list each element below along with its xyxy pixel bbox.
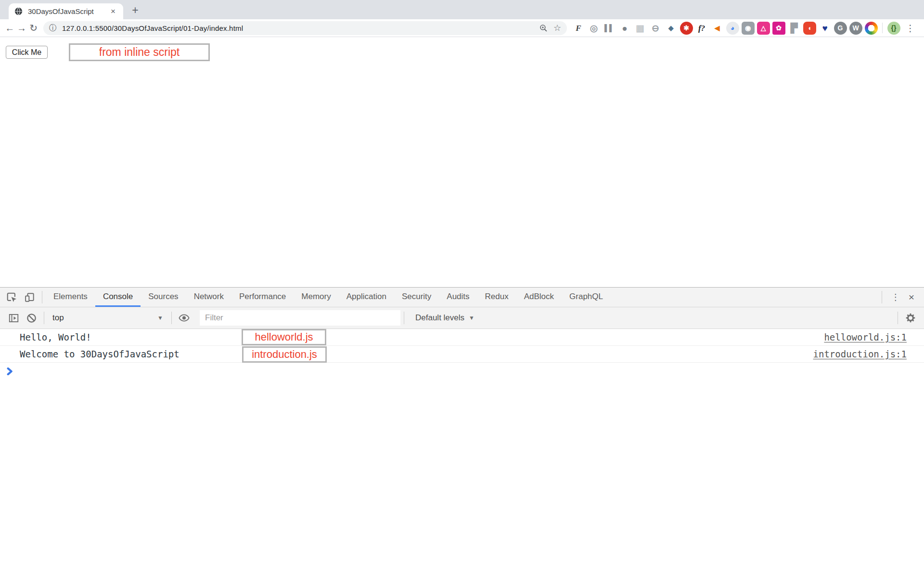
bug-extension-icon[interactable]: ● bbox=[618, 22, 631, 35]
inline-script-box: from inline script bbox=[69, 43, 210, 61]
clear-console-icon[interactable] bbox=[23, 307, 40, 328]
script-f-extension-icon[interactable]: F bbox=[572, 22, 585, 35]
stop-hand-extension-icon[interactable]: ✱ bbox=[680, 22, 693, 35]
tab-graphql[interactable]: GraphQL bbox=[562, 288, 611, 307]
device-toolbar-icon[interactable] bbox=[21, 288, 38, 307]
browser-tab[interactable]: 30DaysOfJavaScript × bbox=[9, 3, 123, 19]
w-circle-extension-icon[interactable]: W bbox=[849, 22, 862, 35]
context-selector[interactable]: top ▼ bbox=[48, 307, 168, 328]
devtools-separator bbox=[42, 291, 42, 303]
devtools-panel: Elements Console Sources Network Perform… bbox=[0, 287, 924, 578]
console-messages: Hello, World! helloworld.js helloworld.j… bbox=[0, 329, 924, 380]
tab-audits[interactable]: Audits bbox=[439, 288, 477, 307]
console-prompt-chevron-icon bbox=[7, 368, 13, 375]
camera-extension-icon[interactable]: ◉ bbox=[742, 22, 755, 35]
tab-close-icon[interactable]: × bbox=[109, 6, 117, 16]
tab-network[interactable]: Network bbox=[186, 288, 231, 307]
tab-security[interactable]: Security bbox=[394, 288, 439, 307]
new-tab-button[interactable]: + bbox=[128, 3, 142, 17]
tab-elements[interactable]: Elements bbox=[46, 288, 95, 307]
tab-console[interactable]: Console bbox=[95, 288, 141, 307]
toolbar-separator bbox=[44, 312, 44, 324]
console-sidebar-toggle-icon[interactable] bbox=[5, 307, 23, 328]
console-toolbar: top ▼ Default levels ▼ bbox=[0, 307, 924, 329]
page-info-icon[interactable]: ⓘ bbox=[49, 23, 57, 33]
toolbar-separator bbox=[404, 312, 404, 324]
zoom-magnifier-icon[interactable] bbox=[539, 24, 548, 32]
bookmark-star-icon[interactable]: ☆ bbox=[553, 23, 561, 33]
tab-memory[interactable]: Memory bbox=[294, 288, 338, 307]
address-bar[interactable]: ⓘ 127.0.0.1:5500/30DaysOfJavaScript/01-D… bbox=[43, 21, 567, 35]
filter-input[interactable] bbox=[200, 310, 400, 326]
console-settings-gear-icon[interactable] bbox=[901, 307, 919, 328]
gray-blocks-extension-icon[interactable]: ▛ bbox=[788, 22, 801, 35]
live-expression-eye-icon[interactable] bbox=[175, 307, 193, 328]
g-circle-extension-icon[interactable]: G bbox=[834, 22, 847, 35]
devtools-close-icon[interactable]: × bbox=[906, 291, 920, 303]
log-levels-dropdown[interactable]: Default levels ▼ bbox=[415, 313, 475, 323]
context-selector-label: top bbox=[52, 313, 64, 323]
red-tab-extension-icon[interactable]: ◖ bbox=[803, 22, 816, 35]
tab-sources[interactable]: Sources bbox=[141, 288, 186, 307]
eyedropper-extension-icon[interactable]: ◆ bbox=[665, 22, 678, 35]
browser-toolbar: ← → ↻ ⓘ 127.0.0.1:5500/30DaysOfJavaScrip… bbox=[0, 19, 924, 37]
devtools-separator bbox=[882, 291, 882, 303]
reload-icon[interactable]: ↻ bbox=[27, 21, 39, 36]
source-link[interactable]: helloworld.js:1 bbox=[824, 332, 907, 342]
console-message-row[interactable]: Hello, World! helloworld.js helloworld.j… bbox=[0, 329, 924, 346]
console-message-text: Welcome to 30DaysOfJavaScript bbox=[20, 349, 180, 359]
devtools-menu-icon[interactable]: ⋮ bbox=[886, 292, 906, 302]
grid-extension-icon[interactable]: ▦ bbox=[634, 22, 647, 35]
ring-extension-icon[interactable]: ◎ bbox=[588, 22, 601, 35]
toolbar-separator bbox=[882, 23, 883, 33]
browser-menu-icon[interactable]: ⋮ bbox=[901, 23, 919, 34]
annotation-box-helloworld: helloworld.js bbox=[242, 329, 326, 345]
source-link[interactable]: introduction.js:1 bbox=[813, 349, 907, 359]
globe-favicon-icon bbox=[14, 7, 23, 15]
page-content: Click Me from inline script bbox=[0, 37, 924, 287]
swirl-extension-icon[interactable]: ◕ bbox=[726, 22, 739, 35]
console-message-text: Hello, World! bbox=[20, 332, 91, 342]
tab-application[interactable]: Application bbox=[339, 288, 394, 307]
tab-title: 30DaysOfJavaScript bbox=[28, 7, 109, 15]
devtools-tab-bar: Elements Console Sources Network Perform… bbox=[0, 288, 924, 307]
chevron-down-icon: ▼ bbox=[469, 315, 475, 321]
console-prompt[interactable] bbox=[0, 363, 924, 380]
inspect-element-icon[interactable] bbox=[3, 288, 21, 307]
annotation-box-introduction: introduction.js bbox=[242, 346, 327, 363]
megaphone-extension-icon[interactable]: ◀ bbox=[711, 22, 724, 35]
pink-gear-extension-icon[interactable]: ✿ bbox=[772, 22, 785, 35]
mobx-extension-icon[interactable]: △ bbox=[757, 22, 770, 35]
dashed-circle-extension-icon[interactable]: ⊖ bbox=[649, 22, 662, 35]
back-icon[interactable]: ← bbox=[4, 21, 16, 36]
tab-performance[interactable]: Performance bbox=[231, 288, 294, 307]
toolbar-separator bbox=[898, 312, 898, 324]
chevron-down-icon: ▼ bbox=[157, 315, 163, 321]
forward-icon[interactable]: → bbox=[16, 21, 28, 36]
console-message-row[interactable]: Welcome to 30DaysOfJavaScript introducti… bbox=[0, 346, 924, 363]
url-text[interactable]: 127.0.0.1:5500/30DaysOfJavaScript/01-Day… bbox=[62, 24, 533, 32]
pause-bars-extension-icon[interactable]: ▌▌ bbox=[603, 22, 616, 35]
tab-adblock[interactable]: AdBlock bbox=[516, 288, 562, 307]
color-ring-extension-icon[interactable] bbox=[865, 22, 878, 35]
f-question-extension-icon[interactable]: f? bbox=[695, 22, 708, 35]
json-braces-extension-icon[interactable]: {} bbox=[887, 22, 900, 35]
browser-tab-strip: 30DaysOfJavaScript × + bbox=[0, 0, 924, 19]
log-levels-label: Default levels bbox=[415, 313, 464, 323]
extensions-row: F ◎ ▌▌ ● ▦ ⊖ ◆ ✱ f? ◀ ◕ ◉ △ ✿ ▛ ◖ ♥ G W … bbox=[571, 22, 901, 35]
click-me-button[interactable]: Click Me bbox=[6, 46, 48, 59]
toolbar-separator bbox=[171, 312, 172, 324]
heart-search-extension-icon[interactable]: ♥ bbox=[819, 22, 832, 35]
tab-redux[interactable]: Redux bbox=[477, 288, 516, 307]
